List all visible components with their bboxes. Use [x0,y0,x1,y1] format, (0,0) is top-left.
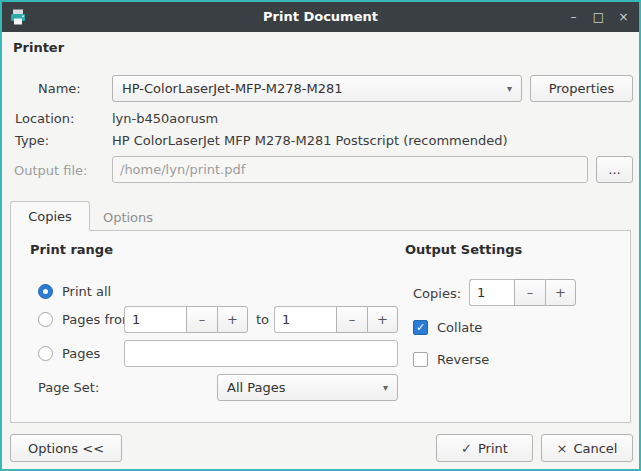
plus-icon[interactable]: + [367,306,398,333]
titlebar[interactable]: Print Document – □ × [2,2,639,32]
minimize-icon[interactable]: – [561,5,586,29]
printer-name-value: HP-ColorLaserJet-MFP-M278-M281 [122,81,343,96]
cancel-button-label: Cancel [573,441,617,456]
chevron-down-icon: ▾ [507,83,512,94]
print-button-label: Print [478,441,508,456]
output-settings-heading: Output Settings [405,242,522,257]
output-file-label: Output file: [14,163,87,178]
print-range-heading: Print range [30,242,113,257]
cancel-button[interactable]: × Cancel [541,434,633,462]
page-set-label: Page Set: [38,380,99,395]
pages-input[interactable] [124,340,398,367]
collate-label: Collate [437,320,482,335]
name-label: Name: [38,81,81,96]
tab-copies[interactable]: Copies [10,201,90,231]
location-value: lyn-b450aorusm [112,111,218,126]
type-value: HP ColorLaserJet MFP M278-M281 Postscrip… [112,133,508,148]
print-all-label: Print all [62,284,111,299]
print-button[interactable]: ✓ Print [436,434,533,462]
window-title: Print Document [2,2,639,32]
to-label: to [256,312,269,327]
output-file-input[interactable] [112,156,588,183]
page-to-spinner: 1 – + [274,306,398,333]
page-from-spinner: 1 – + [124,306,248,333]
pages-radio[interactable] [38,346,53,361]
page-from-value[interactable]: 1 [124,306,186,333]
page-set-combobox[interactable]: All Pages ▾ [217,374,398,401]
tab-options[interactable]: Options [90,203,166,231]
pages-from-radio[interactable] [38,312,53,327]
type-label: Type: [15,133,49,148]
print-dialog-window: Print Document – □ × Printer Name: HP-Co… [0,0,641,471]
printer-name-combobox[interactable]: HP-ColorLaserJet-MFP-M278-M281 ▾ [112,75,522,102]
options-toggle-button[interactable]: Options << [10,434,122,462]
properties-button[interactable]: Properties [530,75,633,102]
plus-icon[interactable]: + [545,279,576,306]
cross-icon: × [557,441,568,456]
copies-spinner: 1 – + [469,279,576,306]
reverse-checkbox[interactable] [413,352,428,367]
browse-button[interactable]: ... [596,156,633,183]
reverse-label: Reverse [437,352,489,367]
copies-label: Copies: [413,286,461,301]
minus-icon[interactable]: – [186,306,217,333]
copies-value[interactable]: 1 [469,279,514,306]
checkmark-icon: ✓ [416,321,425,334]
print-all-radio[interactable] [38,284,53,299]
plus-icon[interactable]: + [217,306,248,333]
maximize-icon[interactable]: □ [586,5,611,29]
printer-section-heading: Printer [13,40,64,55]
collate-checkbox[interactable]: ✓ [413,320,428,335]
chevron-down-icon: ▾ [383,382,388,393]
page-set-value: All Pages [227,380,286,395]
pages-label: Pages [62,346,100,361]
minus-icon[interactable]: – [514,279,545,306]
window-controls: – □ × [561,2,636,32]
copies-tab-panel: Print range Print all Pages from 1 – + t… [10,230,631,423]
close-icon[interactable]: × [611,5,636,29]
location-label: Location: [15,111,74,126]
page-to-value[interactable]: 1 [274,306,336,333]
check-icon: ✓ [461,441,472,456]
minus-icon[interactable]: – [336,306,367,333]
